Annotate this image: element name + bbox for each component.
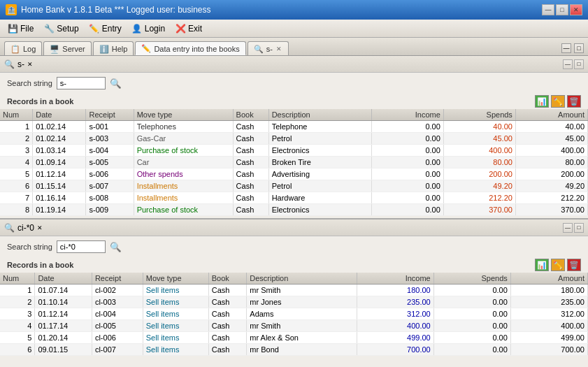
cell-description: Advertising [268,168,371,180]
menu-file[interactable]: 💾 File [3,22,38,36]
panel2-search-area: Search string 🔍 [0,236,588,257]
col-movetype: Move type [134,109,233,121]
col2-amount: Amount [510,273,587,285]
cell-book: Cash [208,332,247,344]
panel2-search-label: Search string [7,243,52,251]
minimize-button[interactable]: — [542,4,554,15]
cell-book: Cash [233,168,268,180]
panel2-table-body: 1 01.07.14 cl-002 Sell items Cash mr Smi… [0,285,588,356]
tab-log-label: Log [23,45,36,53]
col2-book: Book [208,273,247,285]
cell-income: 0.00 [371,192,443,204]
table-row[interactable]: 1 01.02.14 s-001 Telephones Cash Telepho… [0,121,588,133]
cell-book: Cash [208,285,247,296]
cell-receipt: s-008 [86,192,134,204]
panel1-search-input[interactable] [57,77,106,89]
cell-income: 0.00 [371,133,443,145]
cell-amount: 40.00 [515,121,587,133]
col-spends: Spends [443,109,515,121]
tab-search-s-label: s- [266,45,273,53]
panel1-search-button[interactable]: 🔍 [110,77,122,89]
panel1-delete-btn[interactable]: 🗑️ [567,95,581,108]
cell-date: 01.02.14 [33,133,86,145]
tab-bar-maximize[interactable]: □ [574,43,584,53]
col2-movetype: Move type [143,273,208,285]
table-row[interactable]: 5 01.12.14 s-006 Other spends Cash Adver… [0,168,588,180]
maximize-button[interactable]: □ [556,4,568,15]
panel2-search-input[interactable] [57,240,106,253]
panel1-minimize-btn[interactable]: — [563,59,573,69]
panel2-search-button[interactable]: 🔍 [110,240,122,253]
table-row[interactable]: 8 01.19.14 s-009 Purchase of stock Cash … [0,204,588,216]
col-income: Income [371,109,443,121]
table-row[interactable]: 4 01.17.14 cl-005 Sell items Cash mr Smi… [0,320,588,332]
cell-spends: 0.00 [433,285,510,296]
close-button[interactable]: ✕ [570,4,582,15]
cell-book: Cash [208,308,247,320]
cell-num: 4 [0,157,33,168]
cell-num: 2 [0,296,35,308]
panel1-tab-label: s- [17,59,24,69]
panel2-search-icon: 🔍 [4,223,15,233]
cell-movetype: Telephones [134,121,233,133]
cell-spends: 49.20 [443,180,515,192]
table-row[interactable]: 6 09.01.15 cl-007 Sell items Cash mr Bon… [0,344,588,356]
cell-spends: 45.00 [443,133,515,145]
panel2-maximize-btn[interactable]: □ [574,223,584,233]
tab-log[interactable]: 📋 Log [4,41,42,55]
cell-amount: 312.00 [510,308,587,320]
cell-book: Cash [233,121,268,133]
panel2-table-wrapper: Num Date Receipt Move type Book Descript… [0,273,588,367]
panel2-delete-btn[interactable]: 🗑️ [567,259,581,271]
table-row[interactable]: 6 01.15.14 s-007 Installments Cash Petro… [0,180,588,192]
table-row[interactable]: 3 01.03.14 s-004 Purchase of stock Cash … [0,145,588,157]
table-row[interactable]: 3 01.12.14 cl-004 Sell items Cash Adams … [0,308,588,320]
cell-date: 01.02.14 [33,121,86,133]
cell-receipt: cl-002 [92,285,143,296]
tab-search-s[interactable]: 🔍 s- ✕ [248,41,289,55]
cell-income: 700.00 [357,344,433,356]
cell-movetype: Sell items [143,332,208,344]
table-row[interactable]: 2 01.02.14 s-003 Gas-Car Cash Petrol 0.0… [0,133,588,145]
panel1-edit-btn[interactable]: ✏️ [551,95,565,108]
menu-login[interactable]: 👤 Login [127,22,169,36]
cell-income: 0.00 [371,180,443,192]
cell-book: Cash [233,204,268,216]
panel2-export-btn[interactable]: 📊 [535,259,549,271]
table-row[interactable]: 1 01.07.14 cl-002 Sell items Cash mr Smi… [0,285,588,296]
log-icon: 📋 [10,45,20,54]
panel1-tab-close[interactable]: ✕ [27,61,33,68]
cell-description: Hardware [268,192,371,204]
cell-movetype: Installments [134,192,233,204]
tab-server[interactable]: 🖥️ Server [43,41,91,55]
col-book: Book [233,109,268,121]
panel1-title-bar: 🔍 s- ✕ — □ [0,56,588,73]
tab-help[interactable]: ℹ️ Help [93,41,134,55]
panel1-actions: 📊 ✏️ 🗑️ [535,95,581,108]
panel2-tab-close[interactable]: ✕ [37,224,43,231]
tab-data-entry[interactable]: ✏️ Data entry into the books [135,41,245,55]
cell-spends: 40.00 [443,121,515,133]
tab-search-s-close[interactable]: ✕ [275,45,282,52]
panel1-maximize-btn[interactable]: □ [574,59,584,69]
tab-bar-minimize[interactable]: — [561,43,571,53]
panel1-export-btn[interactable]: 📊 [535,95,549,108]
menu-entry[interactable]: ✏️ Entry [85,22,126,36]
cell-receipt: s-005 [86,157,134,168]
cell-date: 01.10.14 [35,296,92,308]
panel2-minimize-btn[interactable]: — [563,223,573,233]
menu-setup[interactable]: 🔧 Setup [39,22,83,36]
menu-exit[interactable]: ❌ Exit [171,22,206,36]
app-title: Home Bank v 1.8.1 Beta *** Logged user: … [21,5,211,15]
table-row[interactable]: 2 01.10.14 cl-003 Sell items Cash mr Jon… [0,296,588,308]
cell-description: Broken Tire [268,157,371,168]
cell-date: 01.20.14 [35,332,92,344]
table-row[interactable]: 5 01.20.14 cl-006 Sell items Cash mr Ale… [0,332,588,344]
col2-date: Date [35,273,92,285]
tab-server-label: Server [62,45,85,53]
panel2-edit-btn[interactable]: ✏️ [551,259,565,271]
col-receipt: Receipt [86,109,134,121]
table-row[interactable]: 4 01.09.14 s-005 Car Cash Broken Tire 0.… [0,157,588,168]
window-controls: — □ ✕ [542,4,582,15]
table-row[interactable]: 7 01.16.14 s-008 Installments Cash Hardw… [0,192,588,204]
